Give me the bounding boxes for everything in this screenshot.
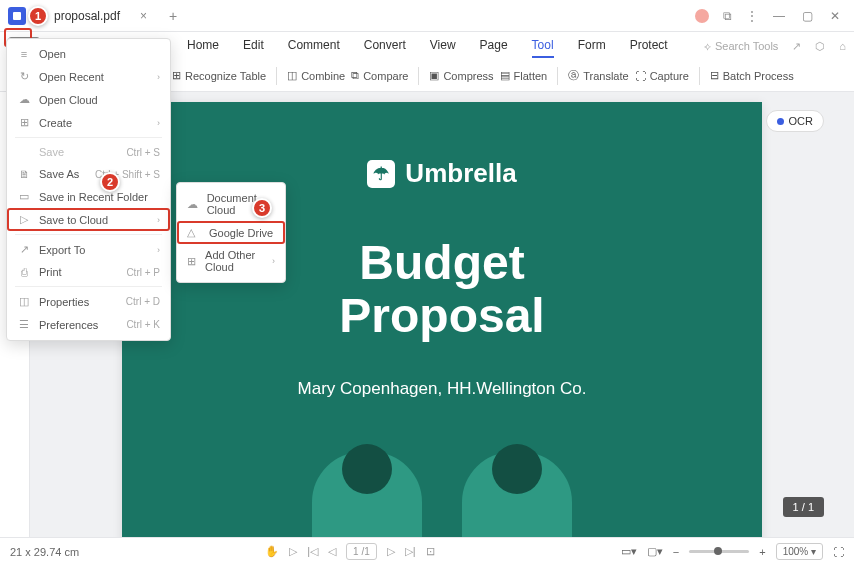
print-icon: ⎙	[17, 266, 31, 278]
more-icon[interactable]: ⋮	[746, 9, 758, 23]
file-dropdown: ≡Open ↻Open Recent› ☁Open Cloud ⊞Create›…	[6, 38, 171, 341]
next-page-icon[interactable]: ▷	[387, 545, 395, 558]
tool-compare[interactable]: ⧉Compare	[351, 69, 408, 82]
first-page-icon[interactable]: |◁	[307, 545, 318, 558]
close-tab-icon[interactable]: ×	[140, 9, 147, 23]
submenu-add-other-cloud[interactable]: ⊞Add Other Cloud›	[177, 244, 285, 278]
chevron-right-icon: ›	[157, 245, 160, 255]
menu-print[interactable]: ⎙PrintCtrl + P	[7, 261, 170, 283]
ocr-button[interactable]: OCR	[766, 110, 824, 132]
search-icon: ⟡	[704, 40, 711, 53]
menu-export-to[interactable]: ↗Export To›	[7, 238, 170, 261]
add-tab-button[interactable]: +	[159, 2, 187, 30]
fullscreen-icon[interactable]: ⛶	[833, 546, 844, 558]
chevron-right-icon: ›	[157, 215, 160, 225]
compare-icon: ⧉	[351, 69, 359, 82]
titlebar: proposal.pdf × + ⧉ ⋮ — ▢ ✕	[0, 0, 854, 32]
tool-combine[interactable]: ◫Combine	[287, 69, 345, 82]
tool-recognize-table[interactable]: ⊞Recognize Table	[172, 69, 266, 82]
preferences-icon: ☰	[17, 318, 31, 331]
cloud-icon: ☁	[187, 198, 199, 211]
menu-create[interactable]: ⊞Create›	[7, 111, 170, 134]
capture-icon: ⛶	[635, 70, 646, 82]
view-mode-icon[interactable]: ▭▾	[621, 545, 637, 558]
translate-icon: ⓐ	[568, 68, 579, 83]
statusbar: 21 x 29.74 cm ✋ ▷ |◁ ◁ 1 /1 ▷ ▷| ⊡ ▭▾ ▢▾…	[0, 537, 854, 565]
save-to-cloud-submenu: ☁Document Cloud △Google Drive ⊞Add Other…	[176, 182, 286, 283]
search-tools[interactable]: ⟡Search Tools	[704, 40, 778, 53]
menu-save: SaveCtrl + S	[7, 141, 170, 163]
plus-icon: ⊞	[187, 255, 197, 268]
select-tool-icon[interactable]: ▷	[289, 545, 297, 558]
drive-icon: △	[187, 226, 201, 239]
tab-title: proposal.pdf	[54, 9, 120, 23]
document-tab[interactable]: proposal.pdf ×	[42, 3, 159, 29]
plus-icon: ⊞	[17, 116, 31, 129]
cloud-icon: ☁	[17, 93, 31, 106]
cloud-icon[interactable]: ⬡	[815, 40, 825, 53]
menu-properties[interactable]: ◫PropertiesCtrl + D	[7, 290, 170, 313]
umbrella-icon: ☂	[367, 160, 395, 188]
share-icon[interactable]: ↗	[792, 40, 801, 53]
tab-edit[interactable]: Edit	[243, 34, 264, 58]
export-icon: ↗	[17, 243, 31, 256]
page-input[interactable]: 1 /1	[346, 543, 377, 560]
hand-tool-icon[interactable]: ✋	[265, 545, 279, 558]
document-page: ☂ Umbrella Budget Proposal Mary Copenhag…	[122, 102, 762, 555]
nav-icon[interactable]: ⊡	[426, 545, 435, 558]
maximize-button[interactable]: ▢	[800, 9, 814, 23]
zoom-out-icon[interactable]: −	[673, 546, 679, 558]
menu-open-cloud[interactable]: ☁Open Cloud	[7, 88, 170, 111]
tab-view[interactable]: View	[430, 34, 456, 58]
tool-batch[interactable]: ⊟Batch Process	[710, 69, 794, 82]
zoom-in-icon[interactable]: +	[759, 546, 765, 558]
combine-icon: ◫	[287, 69, 297, 82]
callout-2: 2	[100, 172, 120, 192]
compress-icon: ▣	[429, 69, 439, 82]
menu-save-recent-folder[interactable]: ▭Save in Recent Folder	[7, 185, 170, 208]
submenu-google-drive[interactable]: △Google Drive	[177, 221, 285, 244]
ocr-dot-icon	[777, 118, 784, 125]
titlebar-controls: ⧉ ⋮ — ▢ ✕	[695, 9, 842, 23]
tab-form[interactable]: Form	[578, 34, 606, 58]
chevron-right-icon: ›	[272, 256, 275, 266]
user-avatar[interactable]	[695, 9, 709, 23]
menu-open-recent[interactable]: ↻Open Recent›	[7, 65, 170, 88]
prev-page-icon[interactable]: ◁	[328, 545, 336, 558]
table-icon: ⊞	[172, 69, 181, 82]
tool-translate[interactable]: ⓐTranslate	[568, 68, 628, 83]
chevron-right-icon: ›	[157, 72, 160, 82]
doc-logo: ☂ Umbrella	[367, 158, 516, 189]
batch-icon: ⊟	[710, 69, 719, 82]
zoom-value[interactable]: 100% ▾	[776, 543, 823, 560]
tab-protect[interactable]: Protect	[630, 34, 668, 58]
file-icon: 🗎	[17, 168, 31, 180]
callout-3: 3	[252, 198, 272, 218]
doc-author: Mary Copenhagen, HH.Wellington Co.	[298, 379, 587, 399]
menu-open[interactable]: ≡Open	[7, 43, 170, 65]
recent-icon: ↻	[17, 70, 31, 83]
tab-comment[interactable]: Comment	[288, 34, 340, 58]
main-tabs: Home Edit Comment Convert View Page Tool…	[155, 34, 700, 58]
menu-preferences[interactable]: ☰PreferencesCtrl + K	[7, 313, 170, 336]
upload-icon: ▷	[17, 213, 31, 226]
last-page-icon[interactable]: ▷|	[405, 545, 416, 558]
fit-icon[interactable]: ▢▾	[647, 545, 663, 558]
tool-flatten[interactable]: ▤Flatten	[500, 69, 548, 82]
zoom-slider[interactable]	[689, 550, 749, 553]
menu-save-to-cloud[interactable]: ▷Save to Cloud›	[7, 208, 170, 231]
tab-convert[interactable]: Convert	[364, 34, 406, 58]
tool-capture[interactable]: ⛶Capture	[635, 70, 689, 82]
minimize-button[interactable]: —	[772, 9, 786, 23]
share-icon[interactable]: ⧉	[723, 9, 732, 23]
tab-tool[interactable]: Tool	[532, 34, 554, 58]
tool-compress[interactable]: ▣Compress	[429, 69, 493, 82]
tab-home[interactable]: Home	[187, 34, 219, 58]
list-icon: ≡	[17, 48, 31, 60]
page-dimensions: 21 x 29.74 cm	[10, 546, 79, 558]
close-window-button[interactable]: ✕	[828, 9, 842, 23]
callout-1: 1	[28, 6, 48, 26]
menu-save-as[interactable]: 🗎Save AsCtrl + Shift + S	[7, 163, 170, 185]
home-icon[interactable]: ⌂	[839, 40, 846, 52]
tab-page[interactable]: Page	[480, 34, 508, 58]
